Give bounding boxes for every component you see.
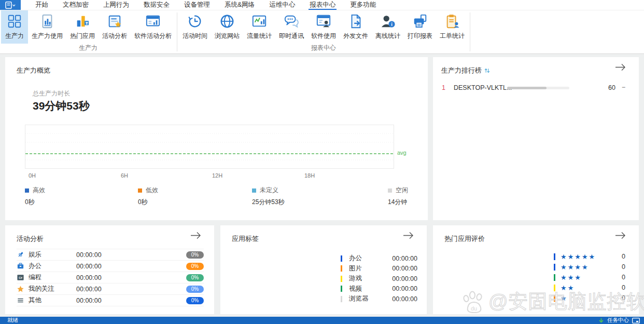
open-panel-arrow-icon[interactable] [190,232,202,239]
menu-item-data-security[interactable]: 数据安全 [136,0,177,10]
ribbon-button-label: 软件活动分析 [134,32,172,40]
tag-row: 图片 00:00:00 [341,264,417,274]
app-logo-icon [5,2,16,9]
menu-item-system-network[interactable]: 系统&网络 [217,0,262,10]
activity-time: 00:00:00 [76,263,138,270]
ribbon-button-label: 浏览网站 [215,32,240,40]
score-progress-fill [507,87,547,89]
ranking-row[interactable]: 1 DESKTOP-VLKTL... 60 − [433,82,639,95]
doc-arrow-icon [348,14,363,29]
rating-row: ★★★★ 0 [554,262,625,272]
ribbon-button-browse-websites[interactable]: 浏览网站 [211,10,243,44]
legend-label: 低效 [146,186,158,195]
activity-percent-badge: 0% [186,297,204,304]
x-axis-tick: 12H [212,172,222,179]
tag-time: 00:00:00 [392,275,417,282]
ribbon-button-activity-analysis[interactable]: 活动分析 [99,10,131,44]
activity-label: 办公 [29,262,76,271]
menu-item-doc-encryption[interactable]: 文档加密 [55,0,96,10]
avg-line-label: avg [397,150,407,156]
tag-label: 浏览器 [349,294,369,303]
star-icon [17,285,24,293]
doc-star-icon [107,14,122,29]
ribbon-button-traffic-stats[interactable]: 流量统计 [243,10,275,44]
task-center-button[interactable]: 任务中心 [607,317,629,324]
ribbon-button-label: 流量统计 [247,32,272,40]
menu-lines-icon [17,296,24,304]
tag-label: 游戏 [349,274,362,283]
ribbon-divider [470,12,470,51]
rating-color-bar [554,274,555,281]
monitor-icon[interactable] [632,318,640,323]
ribbon-button-activity-time[interactable]: 活动时间 [179,10,211,44]
ribbon-button-productivity-usage[interactable]: 生产力使用 [28,10,66,44]
sort-arrows-icon[interactable] [484,68,490,74]
star-rating-icons: ★ [561,295,568,302]
ribbon-button-productivity[interactable]: 生产力 [1,10,28,44]
panel-productivity-overview: 生产力概览 总生产力时长 39分钟53秒 avg 0H 6H 12H 18H 高… [5,57,428,220]
tag-color-bar [341,276,342,282]
activity-row: 其他 00:00:00 0% [17,295,204,306]
user-info-icon: i [380,14,396,29]
rating-color-bar [554,285,555,291]
legend-label: 未定义 [260,186,278,195]
svg-text:C#: C# [19,276,22,279]
open-panel-arrow-icon[interactable] [403,232,414,239]
device-name: DESKTOP-VLKTL... [454,84,512,91]
ribbon-button-software-activity-analysis[interactable]: 软件活动分析 [131,10,175,44]
legend-item-undefined: 未定义 25分钟53秒 [252,186,285,207]
activity-time: 00:00:00 [76,251,138,259]
legend-swatch [252,188,256,193]
activity-time: 00:00:00 [76,297,138,304]
menu-item-more-features[interactable]: 更多功能 [343,0,383,10]
ribbon-button-label: 生产力使用 [32,32,63,40]
download-arrow-icon[interactable] [598,318,604,323]
tag-color-bar [341,265,342,272]
statusbar: 就绪 任务中心 [0,317,644,324]
x-axis-tick: 0H [29,172,36,179]
activity-percent-badge: 0% [186,251,204,259]
rating-row: ★★ 0 [554,282,625,293]
activity-percent-badge: 0% [186,286,204,293]
chart-plot-area [25,125,394,169]
briefcase-icon [17,262,24,270]
menu-item-device-management[interactable]: 设备管理 [177,0,217,10]
panel-title: 生产力概览 [17,66,50,75]
ribbon-button-label: 活动时间 [183,32,207,40]
star-rating-icons: ★★★★★ [561,253,596,260]
activity-percent-badge: 0% [186,263,204,270]
menu-item-start[interactable]: 开始 [28,0,55,10]
ribbon-button-print-report[interactable]: 打印报表 [404,10,436,44]
legend-swatch [25,188,29,193]
ribbon-button-outgoing-files[interactable]: 外发文件 [340,10,372,44]
tag-time: 00:00:00 [392,295,417,303]
app-tags-legend: 办公 00:00:00 图片 00:00:00 游戏 00:00:00 视频 0… [341,253,417,304]
tag-row: 视频 00:00:00 [341,284,417,294]
doc-bar-chart-icon [39,14,55,29]
total-duration-value: 39分钟53秒 [33,99,90,113]
ribbon-button-label: 软件使用 [311,32,336,40]
ribbon-button-software-usage[interactable]: 软件使用 [307,10,340,44]
color-bars-icon [75,14,90,29]
ribbon-button-instant-messaging[interactable]: 即时通讯 [275,10,307,44]
dashboard: 生产力概览 总生产力时长 39分钟53秒 avg 0H 6H 12H 18H 高… [0,54,644,317]
legend-item-idle: 空闲 14分钟 [388,186,408,207]
panel-title: 应用标签 [232,234,259,244]
menu-item-report-center[interactable]: 报表中心 [302,0,343,10]
open-panel-arrow-icon[interactable] [615,232,626,239]
rating-color-bar [554,264,555,271]
ribbon-group-report-center: 活动时间 浏览网站 流量统计 即时通讯 软件使用 外发文件 [178,10,469,53]
menu-item-web-behavior[interactable]: 上网行为 [96,0,136,10]
ribbon-button-label: 生产力 [5,32,24,40]
main-menu: 开始 文档加密 上网行为 数据安全 设备管理 系统&网络 运维中心 报表中心 更… [28,0,383,10]
microphone-icon [17,251,24,259]
menu-item-ops-center[interactable]: 运维中心 [262,0,302,10]
legend-item-efficient: 高效 0秒 [25,186,45,207]
clipboard-user-icon [444,14,460,29]
ribbon-button-label: 热门应用 [70,32,95,40]
ribbon-button-popular-apps[interactable]: 热门应用 [66,10,99,44]
open-panel-arrow-icon[interactable] [615,63,626,71]
ribbon-button-ticket-stats[interactable]: 工单统计 [436,10,468,44]
ribbon-button-offline-stats[interactable]: i 离线统计 [372,10,404,44]
app-menu-button[interactable] [0,0,21,10]
